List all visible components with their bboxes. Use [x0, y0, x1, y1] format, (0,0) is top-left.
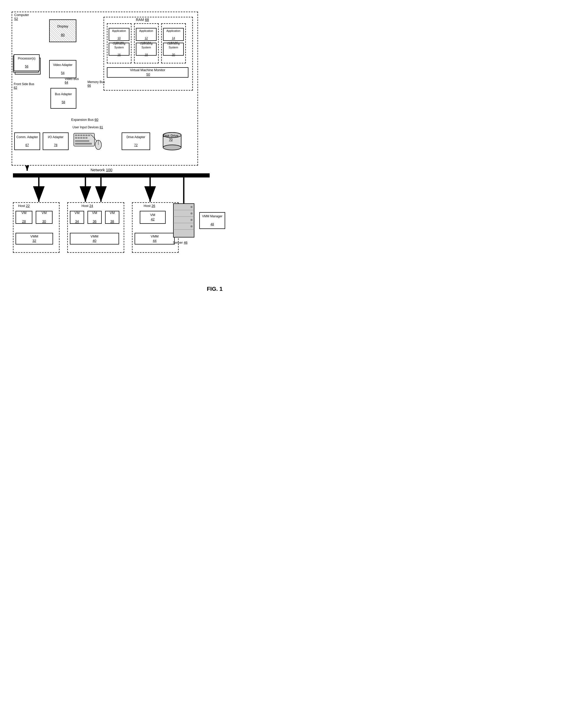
svg-point-41: [163, 145, 181, 150]
svg-rect-29: [88, 135, 90, 136]
vm42-box: VM 42: [140, 211, 166, 224]
vm28-box: VM 28: [16, 211, 32, 224]
svg-rect-28: [85, 135, 87, 136]
app10-box: Application 10: [109, 28, 129, 41]
svg-rect-32: [80, 137, 82, 139]
host24-box: [67, 202, 124, 253]
svg-rect-27: [83, 135, 85, 136]
keyboard-mouse-icon: [71, 132, 102, 153]
membus-label: Memory Bus 66: [87, 80, 105, 87]
server46-icon: [171, 202, 197, 239]
svg-rect-24: [75, 135, 77, 136]
ram-label: RAM 68: [136, 18, 149, 22]
vm30-box: VM 30: [36, 211, 53, 224]
vmm32-box: VMM 32: [16, 233, 53, 244]
svg-rect-36: [75, 143, 92, 145]
svg-point-51: [190, 225, 192, 227]
computer-label: Computer 52: [14, 13, 29, 21]
driveAdapter72-box: Drive Adapter 72: [122, 132, 150, 150]
svg-rect-35: [75, 140, 89, 142]
os18-box: Operating System 18: [136, 43, 156, 56]
svg-point-49: [190, 212, 192, 214]
svg-rect-25: [78, 135, 80, 136]
fig-label: FIG. 1: [207, 286, 222, 292]
fsb-label: Front Side Bus 62: [14, 82, 34, 90]
host26-label: Host 26: [144, 204, 155, 208]
network-label: Network 100: [91, 168, 112, 172]
os20-box: Operating System 20: [163, 43, 184, 56]
commAdapter67-box: Comm. Adapter 67: [14, 132, 40, 150]
svg-rect-31: [78, 137, 80, 139]
network-bar: [13, 173, 210, 177]
svg-rect-33: [83, 137, 85, 139]
videoAdapter54-box: Video Adapter 54: [49, 60, 76, 78]
host22-box: [13, 202, 59, 253]
host22-label: Host 22: [18, 204, 30, 208]
vmm44-box: VMM 44: [135, 233, 175, 244]
svg-rect-34: [85, 137, 87, 139]
videobus-label: Video Bus 64: [65, 77, 79, 84]
expbus-label: Expansion Bus 60: [71, 118, 98, 122]
vm34-box: VM 34: [70, 211, 84, 224]
host24-label: Host 24: [81, 204, 93, 208]
svg-point-48: [190, 206, 192, 208]
svg-point-50: [190, 219, 192, 221]
app12-box: Application 12: [136, 28, 156, 41]
vm38-box: VM 38: [105, 211, 119, 224]
busAdapter58-box: Bus Adapter 58: [50, 88, 76, 109]
vm36-box: VM 36: [87, 211, 102, 224]
ioAdapter78-box: I/O Adapter 78: [43, 132, 69, 150]
vmm50-box: Virtual Machine Monitor 50: [107, 67, 188, 78]
app14-box: Application 14: [163, 28, 184, 41]
vmmManager48-box: VMM Manager 48: [199, 212, 225, 229]
server46-label: Server 46: [173, 241, 187, 244]
processors56-box: Processor(s) 56: [14, 54, 40, 71]
display80-box: Display 80: [49, 19, 76, 42]
svg-rect-30: [75, 137, 77, 139]
vmm40-box: VMM 40: [70, 233, 119, 244]
os16-box: Operating System 16: [109, 43, 129, 56]
userInput81-label: User Input Devices 81: [72, 125, 103, 129]
svg-rect-26: [80, 135, 82, 136]
diskDrive70-label: Disk Drive 70: [163, 134, 178, 142]
